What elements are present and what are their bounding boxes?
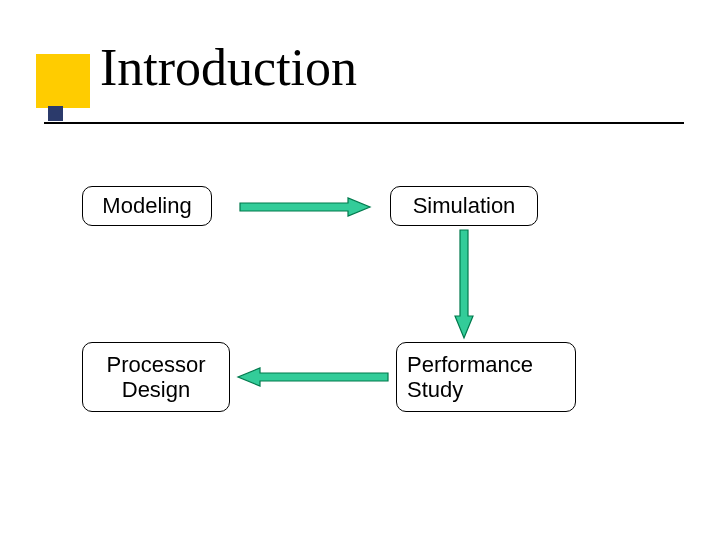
- node-modeling: Modeling: [82, 186, 212, 226]
- arrow-modeling-to-simulation: [240, 198, 370, 216]
- title-accent-square: [36, 54, 90, 108]
- slide: Introduction Modeling Simulation Process…: [0, 0, 720, 540]
- arrow-performance-to-processor: [238, 368, 388, 386]
- node-simulation: Simulation: [390, 186, 538, 226]
- arrow-simulation-to-performance: [455, 230, 473, 338]
- node-performance: Performance Study: [396, 342, 576, 412]
- slide-title: Introduction: [100, 38, 357, 97]
- title-underline: [44, 122, 684, 124]
- arrow-right-icon: [240, 198, 370, 216]
- title-bullet-square: [48, 106, 63, 121]
- node-processor: Processor Design: [82, 342, 230, 412]
